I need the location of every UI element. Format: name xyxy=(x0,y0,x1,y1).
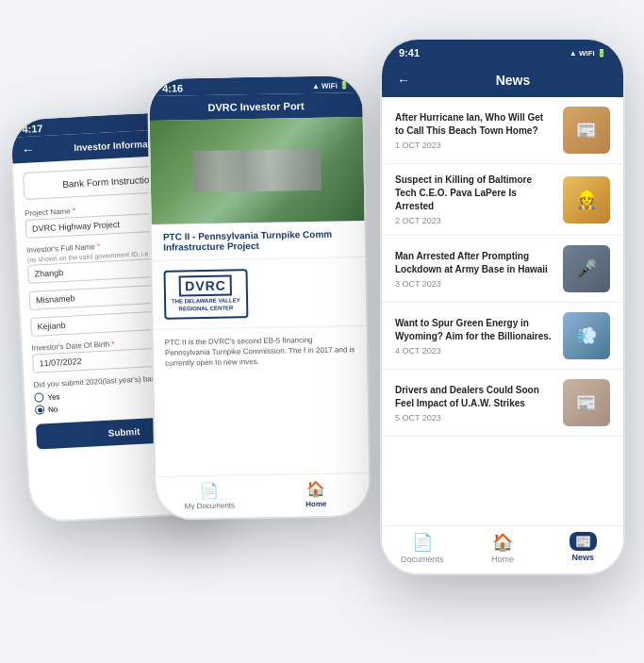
thumb-image-1: 📰 xyxy=(563,107,610,154)
news-item-5[interactable]: Drivers and Dealers Could Soon Feel Impa… xyxy=(382,370,623,437)
news-item-4[interactable]: Want to Spur Green Energy in Wyoming? Ai… xyxy=(382,303,623,370)
nav-label-documents-3: Documents xyxy=(401,555,444,564)
project-description: PTC II is the DVRC's second EB-5 financi… xyxy=(154,326,368,376)
radio-label-yes: Yes xyxy=(47,392,60,402)
news-item-3[interactable]: Man Arrested After Prompting Lockdown at… xyxy=(382,236,623,303)
nav-documents-3[interactable]: 📄 Documents xyxy=(382,532,462,564)
news-thumb-5: 📰 xyxy=(563,379,610,426)
aerial-photo xyxy=(150,117,365,224)
header-bar-2: DVRC Investor Port xyxy=(149,92,362,121)
radio-circle-no xyxy=(35,405,45,415)
news-text-3: Man Arrested After Prompting Lockdown at… xyxy=(395,250,553,289)
phone-news: 9:41 ▲ WiFi 🔋 ← News After Hurricane Ian… xyxy=(380,38,625,575)
thumb-image-3: 🎤 xyxy=(563,245,610,292)
news-headline-4: Want to Spur Green Energy in Wyoming? Ai… xyxy=(395,317,553,343)
news-headline-3: Man Arrested After Prompting Lockdown at… xyxy=(395,250,553,276)
back-arrow-1[interactable]: ← xyxy=(21,141,35,157)
news-text-2: Suspect in Killing of Baltimore Tech C.E… xyxy=(395,174,553,225)
phone-3-body: After Hurricane Ian, Who Will Get to Cal… xyxy=(382,97,623,575)
header-title-2: DVRC Investor Port xyxy=(160,99,351,114)
status-icons-3: ▲ WiFi 🔋 xyxy=(570,49,606,58)
news-thumb-4: 💨 xyxy=(563,312,610,359)
header-bar-3: ← News xyxy=(382,63,623,97)
news-headline-1: After Hurricane Ian, Who Will Get to Cal… xyxy=(395,111,553,138)
news-list: After Hurricane Ian, Who Will Get to Cal… xyxy=(382,97,623,575)
time-2: 4:16 xyxy=(162,82,183,93)
time-1: 4:17 xyxy=(22,123,43,135)
time-3: 9:41 xyxy=(399,47,420,58)
dvrc-acronym: DVRC xyxy=(179,275,232,297)
radio-label-no: No xyxy=(48,405,58,414)
nav-label-documents: My Documents xyxy=(185,501,236,510)
news-text-1: After Hurricane Ian, Who Will Get to Cal… xyxy=(395,111,553,150)
news-item-2[interactable]: Suspect in Killing of Baltimore Tech C.E… xyxy=(382,164,623,236)
nav-home-3[interactable]: 🏠 Home xyxy=(462,532,542,564)
news-bottom-nav: 📄 Documents 🏠 Home 📰 News xyxy=(382,525,623,573)
dvrc-logo-area: DVRC THE DELAWARE VALLEYREGIONAL CENTER xyxy=(152,257,366,330)
status-icons-2: ▲ WiFi 🔋 xyxy=(312,81,349,91)
news-headline-5: Drivers and Dealers Could Soon Feel Impa… xyxy=(395,384,553,410)
phone-dvrc-portal: 4:16 ▲ WiFi 🔋 DVRC Investor Port PTC II … xyxy=(147,74,372,521)
news-text-4: Want to Spur Green Energy in Wyoming? Ai… xyxy=(395,317,553,356)
nav-news-3[interactable]: 📰 News xyxy=(543,532,623,564)
news-thumb-2: 👷 xyxy=(563,176,610,224)
news-thumb-1: 📰 xyxy=(563,107,610,154)
news-headline-2: Suspect in Killing of Baltimore Tech C.E… xyxy=(395,174,553,213)
phones-container: 4:17 ●●● ← Investor Information Bank For… xyxy=(0,0,644,663)
home-icon-3: 🏠 xyxy=(492,532,513,553)
news-item-1[interactable]: After Hurricane Ian, Who Will Get to Cal… xyxy=(382,97,623,164)
news-date-4: 4 OCT 2023 xyxy=(395,346,553,356)
news-thumb-3: 🎤 xyxy=(563,245,610,292)
notch-2 xyxy=(230,77,281,92)
thumb-image-4: 💨 xyxy=(563,312,610,359)
thumb-image-2: 👷 xyxy=(563,176,610,224)
nav-my-documents[interactable]: 📄 My Documents xyxy=(156,481,263,511)
news-icon-3: 📰 xyxy=(570,532,597,551)
bottom-nav-2: 📄 My Documents 🏠 Home xyxy=(156,472,370,519)
home-icon-2: 🏠 xyxy=(306,480,325,498)
project-title: PTC II - Pennsylvania Turnpike Comm Infr… xyxy=(152,221,366,261)
nav-label-home-2: Home xyxy=(305,500,326,508)
notch-3 xyxy=(472,40,534,58)
nav-label-news-3: News xyxy=(572,553,595,562)
header-title-3: News xyxy=(418,73,608,88)
nav-label-home-3: Home xyxy=(491,555,514,564)
documents-icon: 📄 xyxy=(200,482,219,500)
back-arrow-3[interactable]: ← xyxy=(397,73,410,88)
dvrc-full-name: THE DELAWARE VALLEYREGIONAL CENTER xyxy=(172,297,240,313)
news-text-5: Drivers and Dealers Could Soon Feel Impa… xyxy=(395,384,553,423)
news-date-3: 3 OCT 2023 xyxy=(395,279,553,289)
nav-home-2[interactable]: 🏠 Home xyxy=(262,479,370,509)
documents-icon-3: 📄 xyxy=(412,532,433,553)
news-date-5: 5 OCT 2023 xyxy=(395,413,553,423)
dvrc-logo-box: DVRC THE DELAWARE VALLEYREGIONAL CENTER xyxy=(163,269,247,319)
news-date-1: 1 OCT 2023 xyxy=(395,141,553,150)
news-date-2: 2 OCT 2023 xyxy=(395,216,553,225)
radio-circle-yes xyxy=(34,392,44,403)
thumb-image-5: 📰 xyxy=(563,379,610,426)
